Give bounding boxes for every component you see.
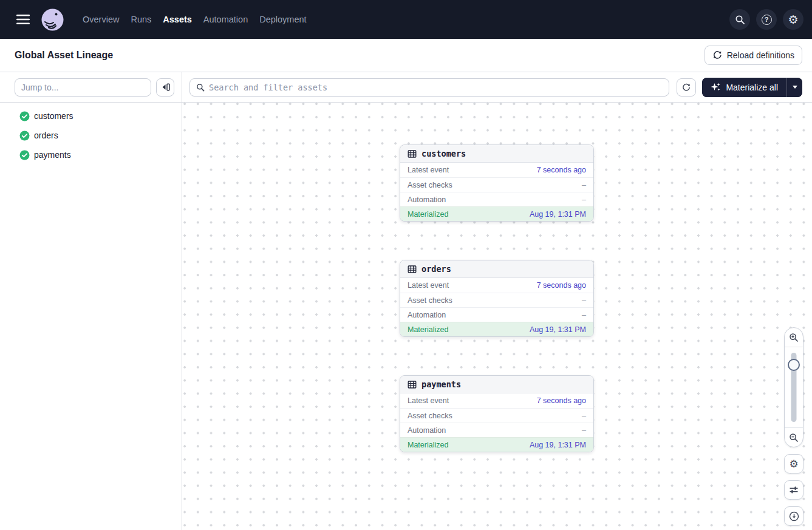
asset-node-customers[interactable]: customers Latest event 7 seconds ago Ass… [400, 144, 594, 222]
recenter-button[interactable] [784, 506, 803, 526]
asset-node-name: orders [421, 264, 451, 274]
check-circle-icon [19, 150, 30, 160]
latest-event-link[interactable]: 7 seconds ago [537, 396, 586, 405]
top-navbar: Overview Runs Assets Automation Deployme… [0, 0, 812, 39]
status-badge: Materialized [408, 325, 448, 334]
nav-item-overview[interactable]: Overview [83, 15, 119, 24]
reload-button-label: Reload definitions [727, 50, 794, 60]
nav-item-assets[interactable]: Assets [163, 15, 192, 24]
table-icon [408, 380, 417, 389]
check-circle-icon [19, 131, 30, 141]
materialized-status-row: Materialized Aug 19, 1:31 PM [400, 206, 593, 221]
asset-node-header[interactable]: orders [400, 260, 593, 278]
page-title: Global Asset Lineage [15, 50, 113, 61]
latest-event-link[interactable]: 7 seconds ago [537, 281, 586, 290]
row-value: – [582, 296, 586, 305]
table-icon [408, 149, 417, 158]
materialized-status-row: Materialized Aug 19, 1:31 PM [400, 322, 593, 336]
asset-search-box[interactable] [189, 78, 669, 97]
zoom-in-button[interactable] [785, 328, 803, 347]
lineage-canvas[interactable]: customers Latest event 7 seconds ago Ass… [182, 103, 812, 530]
asset-name: payments [34, 150, 71, 160]
latest-event-link[interactable]: 7 seconds ago [537, 166, 586, 174]
primary-nav: Overview Runs Assets Automation Deployme… [83, 15, 307, 24]
automation-row: Automation – [400, 307, 593, 322]
sliders-icon [789, 485, 799, 495]
zoom-out-icon [789, 433, 799, 443]
asset-sidebar: customers orders payments [0, 72, 182, 530]
asset-node-header[interactable]: customers [400, 145, 593, 163]
zoom-panel [784, 327, 803, 447]
dagster-logo[interactable] [34, 8, 70, 31]
row-label: Asset checks [408, 296, 452, 305]
asset-node-name: payments [421, 379, 461, 389]
automation-row: Automation – [400, 192, 593, 206]
help-button[interactable]: ? [756, 9, 777, 30]
latest-event-row: Latest event 7 seconds ago [400, 393, 593, 408]
refresh-icon [681, 83, 691, 92]
asset-search-input[interactable] [209, 83, 663, 92]
nav-actions: ? ⚙ [729, 9, 803, 30]
nav-item-automation[interactable]: Automation [203, 15, 248, 24]
status-badge: Materialized [408, 210, 448, 219]
nav-item-runs[interactable]: Runs [131, 15, 151, 24]
row-label: Asset checks [408, 412, 452, 420]
materialize-dropdown-button[interactable] [786, 78, 802, 97]
row-value: – [582, 426, 586, 435]
latest-event-row: Latest event 7 seconds ago [400, 163, 593, 177]
materialize-button-label: Materialize all [726, 83, 778, 92]
row-label: Latest event [408, 166, 449, 174]
canvas-controls: ⚙ [784, 327, 803, 526]
sidebar-item-customers[interactable]: customers [0, 106, 182, 126]
asset-name: orders [34, 131, 58, 140]
collapse-sidebar-button[interactable] [156, 78, 174, 97]
asset-checks-row: Asset checks – [400, 408, 593, 423]
sparkle-icon [711, 82, 721, 92]
jump-to-input[interactable] [15, 78, 151, 97]
zoom-slider[interactable] [785, 347, 803, 427]
materialized-timestamp[interactable]: Aug 19, 1:31 PM [530, 210, 586, 219]
zoom-in-icon [789, 333, 799, 342]
status-badge: Materialized [408, 441, 448, 449]
row-value: – [582, 195, 586, 204]
graph-settings-button[interactable]: ⚙ [784, 454, 803, 474]
asset-node-payments[interactable]: payments Latest event 7 seconds ago Asse… [400, 375, 594, 452]
zoom-slider-thumb[interactable] [788, 359, 800, 371]
materialize-all-button[interactable]: Materialize all [702, 78, 786, 97]
search-icon [196, 83, 205, 92]
row-value: – [582, 412, 586, 420]
materialized-status-row: Materialized Aug 19, 1:31 PM [400, 437, 593, 452]
check-circle-icon [19, 111, 30, 121]
asset-list: customers orders payments [0, 103, 182, 165]
row-label: Asset checks [408, 181, 452, 189]
gear-icon: ⚙ [788, 14, 798, 25]
asset-node-orders[interactable]: orders Latest event 7 seconds ago Asset … [400, 260, 594, 337]
nav-item-deployment[interactable]: Deployment [259, 15, 306, 24]
sidebar-item-orders[interactable]: orders [0, 126, 182, 145]
global-search-button[interactable] [729, 9, 750, 30]
lineage-toolbar: Materialize all [182, 72, 812, 103]
zoom-out-button[interactable] [785, 428, 803, 447]
asset-node-header[interactable]: payments [400, 376, 593, 393]
materialized-timestamp[interactable]: Aug 19, 1:31 PM [530, 325, 586, 334]
row-label: Latest event [408, 281, 449, 290]
user-settings-button[interactable]: ⚙ [783, 9, 803, 30]
materialized-timestamp[interactable]: Aug 19, 1:31 PM [530, 441, 586, 449]
materialize-split-button: Materialize all [702, 78, 802, 97]
sidebar-item-payments[interactable]: payments [0, 145, 182, 165]
chevron-down-icon [793, 86, 797, 89]
sidebar-toolbar [0, 72, 182, 103]
asset-name: customers [34, 111, 73, 121]
reload-definitions-button[interactable]: Reload definitions [705, 46, 802, 65]
asset-node-name: customers [421, 149, 466, 158]
hamburger-icon [16, 15, 30, 24]
table-icon [408, 265, 417, 274]
gear-icon: ⚙ [789, 459, 798, 469]
content-area: customers orders payments [0, 72, 812, 530]
hamburger-menu-button[interactable] [12, 8, 34, 30]
help-icon: ? [762, 15, 772, 25]
row-label: Latest event [408, 396, 449, 405]
row-value: – [582, 181, 586, 189]
filter-options-button[interactable] [784, 480, 803, 500]
refresh-button[interactable] [677, 78, 696, 97]
